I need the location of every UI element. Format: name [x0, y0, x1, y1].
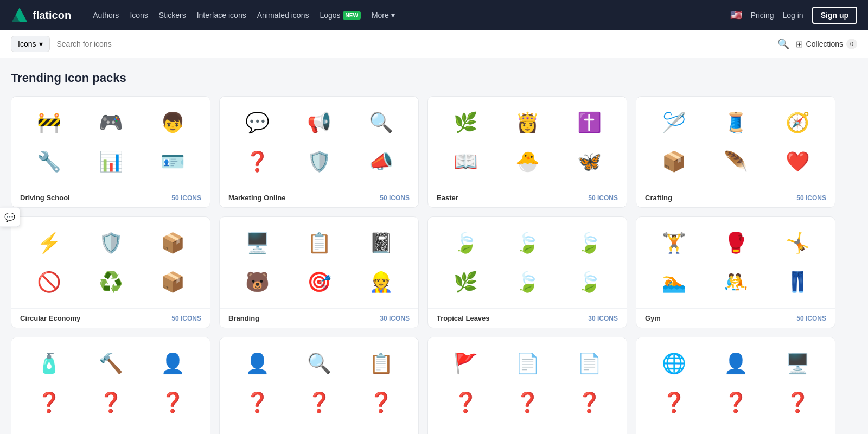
nav-item-icons[interactable]: Icons	[130, 11, 148, 20]
card-footer: Unknown Pack 250 ICONS	[220, 429, 418, 434]
card-icon-cell-1: 👤	[707, 346, 764, 381]
icon-pack-card-pack11[interactable]: 🚩📄📄❓❓❓Unknown Pack 350 ICONS	[427, 337, 627, 434]
card-pack-name: Driving School	[20, 194, 70, 202]
card-icon-cell-1: 📋	[290, 226, 348, 260]
nav-item-authors[interactable]: Authors	[93, 11, 119, 20]
login-button[interactable]: Log in	[783, 11, 803, 20]
card-icons-area: 🚩📄📄❓❓❓	[428, 337, 627, 429]
new-badge: NEW	[343, 11, 361, 20]
search-submit-button[interactable]: 🔍	[777, 38, 789, 50]
nav-item-animated-icons[interactable]: Animated icons	[257, 11, 309, 20]
search-icon: 🔍	[777, 39, 789, 49]
card-icon-cell-0: 👤	[228, 346, 286, 381]
card-icon-cell-1: 🍃	[499, 226, 556, 260]
icon-pack-card-crafting[interactable]: 🪡🧵🧭📦🪶❤️Crafting50 ICONS	[636, 96, 835, 208]
card-footer: Tropical Leaves30 ICONS	[428, 308, 627, 328]
card-icons-area: 🌿👸✝️📖🐣🦋	[428, 97, 627, 188]
card-icon-cell-2: 📓	[352, 226, 410, 260]
card-icon-cell-2: 🍃	[560, 226, 618, 260]
logo[interactable]: flaticon	[11, 7, 71, 24]
search-input[interactable]	[56, 40, 770, 48]
logos-label: Logos	[320, 11, 340, 20]
collections-count-badge: 0	[846, 39, 857, 49]
icon-pack-card-marketing-online[interactable]: 💬📢🔍❓🛡️📣Marketing Online50 ICONS	[219, 96, 419, 208]
card-icon-cell-1: 🧵	[707, 105, 764, 140]
card-icon-count: 50 ICONS	[588, 194, 618, 202]
nav-item-more[interactable]: More ▾	[372, 11, 395, 20]
nav-links: Authors Icons Stickers Interface icons A…	[93, 11, 717, 20]
card-icon-cell-3: 🔧	[20, 144, 78, 179]
logo-text: flaticon	[33, 9, 71, 22]
sidebar-toggle[interactable]: 💬	[0, 207, 20, 227]
card-footer: Branding30 ICONS	[220, 308, 418, 328]
card-icon-cell-0: 🌐	[645, 346, 703, 381]
card-icon-count: 50 ICONS	[380, 194, 410, 202]
card-footer: Gym50 ICONS	[636, 308, 835, 328]
nav-item-interface-icons[interactable]: Interface icons	[197, 11, 246, 20]
collections-button[interactable]: ⊞ Collections 0	[796, 39, 857, 49]
card-icon-cell-2: 📦	[144, 226, 201, 260]
card-footer: Unknown Pack50 ICONS	[11, 429, 210, 434]
icon-pack-card-gym[interactable]: 🏋️🥊🤸🏊🤼👖Gym50 ICONS	[636, 216, 835, 328]
signup-button[interactable]: Sign up	[812, 7, 857, 24]
icon-pack-card-branding[interactable]: 🖥️📋📓🐻🎯👷Branding30 ICONS	[219, 216, 419, 328]
nav-item-stickers[interactable]: Stickers	[159, 11, 186, 20]
card-icon-cell-4: ❓	[82, 385, 139, 420]
card-icons-area: 💬📢🔍❓🛡️📣	[220, 97, 418, 188]
icon-pack-card-circular-economy[interactable]: ⚡🛡️📦🚫♻️📦Circular Economy50 ICONS	[11, 216, 210, 328]
card-icon-cell-3: ❓	[20, 385, 78, 420]
icon-grid: 🚧🎮👦🔧📊🪪Driving School50 ICONS💬📢🔍❓🛡️📣Marke…	[11, 96, 835, 434]
search-type-selector[interactable]: Icons ▾	[11, 36, 50, 52]
more-chevron-icon: ▾	[391, 11, 395, 20]
card-icon-cell-4: ❓	[290, 385, 348, 420]
card-icon-cell-4: 🛡️	[290, 144, 348, 179]
card-footer: Unknown Pack 350 ICONS	[428, 429, 627, 434]
section-title: Trending Icon packs	[11, 71, 835, 85]
card-icon-cell-0: 🍃	[437, 226, 494, 260]
card-icons-area: 🍃🍃🍃🌿🍃🍃	[428, 217, 627, 308]
card-pack-name: Gym	[645, 314, 661, 322]
card-icons-area: 🚧🎮👦🔧📊🪪	[11, 97, 210, 188]
card-footer: Marketing Online50 ICONS	[220, 188, 418, 207]
card-pack-name: Tropical Leaves	[437, 314, 490, 322]
card-icon-cell-2: 🤸	[769, 226, 826, 260]
nav-item-logos[interactable]: Logos NEW	[320, 11, 361, 20]
icon-pack-card-pack10[interactable]: 👤🔍📋❓❓❓Unknown Pack 250 ICONS	[219, 337, 419, 434]
card-icon-cell-0: 🪡	[645, 105, 703, 140]
card-icon-cell-3: 📖	[437, 144, 494, 179]
card-icon-cell-3: ❓	[437, 385, 494, 420]
card-icons-area: 🌐👤🖥️❓❓❓	[636, 337, 835, 429]
card-icon-cell-2: 📋	[352, 346, 410, 381]
card-footer: Crafting50 ICONS	[636, 188, 835, 207]
card-icon-cell-1: 🔍	[290, 346, 348, 381]
icon-pack-card-tropical-leaves[interactable]: 🍃🍃🍃🌿🍃🍃Tropical Leaves30 ICONS	[427, 216, 627, 328]
icon-pack-card-pack12[interactable]: 🌐👤🖥️❓❓❓Unknown Pack 450 ICONS	[636, 337, 835, 434]
card-pack-name: Marketing Online	[228, 194, 285, 202]
icon-pack-card-driving-school[interactable]: 🚧🎮👦🔧📊🪪Driving School50 ICONS	[11, 96, 210, 208]
icon-pack-card-easter[interactable]: 🌿👸✝️📖🐣🦋Easter50 ICONS	[427, 96, 627, 208]
card-icon-cell-1: 📢	[290, 105, 348, 140]
card-icon-cell-0: 🖥️	[228, 226, 286, 260]
card-icon-cell-4: 🪶	[707, 144, 764, 179]
card-icon-count: 30 ICONS	[588, 315, 618, 322]
card-icon-cell-3: 🌿	[437, 265, 494, 299]
card-icon-cell-5: ❓	[352, 385, 410, 420]
card-icon-cell-1: 🎮	[82, 105, 139, 140]
card-icon-cell-1: 🥊	[707, 226, 764, 260]
card-icon-cell-5: 🪪	[144, 144, 201, 179]
card-footer: Driving School50 ICONS	[11, 188, 210, 207]
card-icon-count: 50 ICONS	[796, 315, 826, 322]
card-icon-cell-4: 🍃	[499, 265, 556, 299]
card-icon-cell-4: 🤼	[707, 265, 764, 299]
card-icon-cell-4: ❓	[707, 385, 764, 420]
card-icon-cell-4: ❓	[499, 385, 556, 420]
card-icon-count: 50 ICONS	[171, 315, 201, 322]
card-icon-count: 50 ICONS	[796, 194, 826, 202]
icon-pack-card-pack9[interactable]: 🧴🔨👤❓❓❓Unknown Pack50 ICONS	[11, 337, 210, 434]
pricing-link[interactable]: Pricing	[751, 11, 774, 20]
card-footer: Unknown Pack 450 ICONS	[636, 429, 835, 434]
sidebar-icon: 💬	[4, 213, 15, 222]
card-icon-cell-2: 👦	[144, 105, 201, 140]
more-label: More	[372, 11, 389, 20]
card-icon-cell-1: 👸	[499, 105, 556, 140]
